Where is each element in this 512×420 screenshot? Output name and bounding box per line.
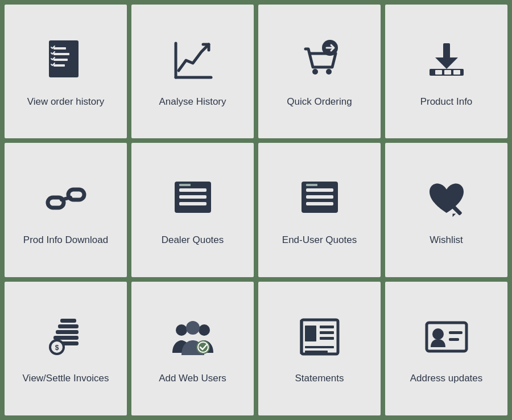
dealer-quotes-icon [167,173,218,224]
end-user-quotes-label: End-User Quotes [282,233,357,247]
svg-rect-27 [306,195,333,199]
svg-rect-29 [306,184,317,186]
svg-rect-13 [444,70,451,75]
svg-rect-52 [305,351,328,353]
svg-point-54 [432,328,444,340]
order-history-icon [40,35,92,86]
statements-label: Statements [295,372,344,385]
svg-point-44 [198,342,208,352]
svg-rect-28 [306,202,333,205]
svg-rect-55 [449,331,463,334]
address-updates-tile[interactable]: Address updates [385,282,507,415]
svg-point-41 [199,324,210,336]
svg-rect-26 [306,188,333,192]
svg-rect-4 [53,64,65,67]
svg-rect-23 [179,202,207,205]
svg-rect-30 [451,204,463,216]
add-web-users-tile[interactable]: Add Web Users [131,282,254,415]
statements-icon [294,311,345,363]
view-settle-invoices-label: View/Settle Invoices [23,372,109,385]
svg-rect-35 [53,336,79,340]
svg-rect-34 [56,330,79,334]
svg-rect-56 [449,338,459,341]
view-order-history-tile[interactable]: View order history [5,5,127,138]
wishlist-label: Wishlist [430,233,463,247]
prod-info-download-tile[interactable]: Prod Info Download [5,143,127,277]
invoices-icon: $ [40,311,92,363]
svg-line-19 [61,197,71,200]
view-settle-invoices-tile[interactable]: $ View/Settle Invoices [5,282,127,415]
svg-rect-21 [179,188,207,192]
svg-text:$: $ [55,344,59,352]
wishlist-icon [421,173,472,224]
main-grid: View order history Analyse History [0,0,512,420]
svg-point-42 [186,321,200,335]
product-info-icon [421,35,472,86]
svg-marker-31 [451,212,455,217]
svg-rect-22 [179,195,207,199]
quick-ordering-tile[interactable]: Quick Ordering [258,5,381,138]
svg-rect-48 [320,326,334,328]
svg-rect-51 [305,346,334,348]
address-updates-icon [421,311,472,363]
quick-ordering-label: Quick Ordering [287,95,352,109]
svg-rect-3 [53,59,68,61]
svg-rect-1 [53,47,66,50]
analyse-history-icon [167,35,218,86]
svg-point-7 [312,69,318,75]
add-web-users-icon [167,311,218,363]
view-order-history-label: View order history [27,95,105,109]
dealer-quotes-tile[interactable]: Dealer Quotes [131,143,254,277]
address-updates-label: Address updates [410,372,483,385]
analyse-history-tile[interactable]: Analyse History [131,5,254,138]
product-info-tile[interactable]: Product Info [385,5,507,138]
svg-marker-16 [435,57,458,69]
end-user-quotes-tile[interactable]: End-User Quotes [258,143,381,277]
quick-ordering-icon [294,35,345,86]
wishlist-tile[interactable]: Wishlist [385,143,507,277]
end-user-quotes-icon [294,173,345,224]
svg-rect-33 [58,324,79,328]
svg-rect-32 [60,319,76,323]
add-web-users-label: Add Web Users [159,372,226,385]
dealer-quotes-label: Dealer Quotes [162,233,224,247]
prod-info-download-label: Prod Info Download [23,233,108,247]
svg-rect-2 [53,53,69,55]
svg-rect-24 [179,184,191,186]
svg-point-8 [326,69,332,75]
svg-rect-47 [305,326,316,341]
prod-info-download-icon [40,173,92,224]
statements-tile[interactable]: Statements [258,282,381,415]
svg-rect-12 [435,70,442,75]
svg-rect-14 [453,70,460,75]
product-info-label: Product Info [420,95,473,109]
svg-rect-49 [320,331,334,334]
svg-point-40 [176,324,187,336]
svg-rect-50 [320,337,334,340]
analyse-history-label: Analyse History [159,95,226,109]
